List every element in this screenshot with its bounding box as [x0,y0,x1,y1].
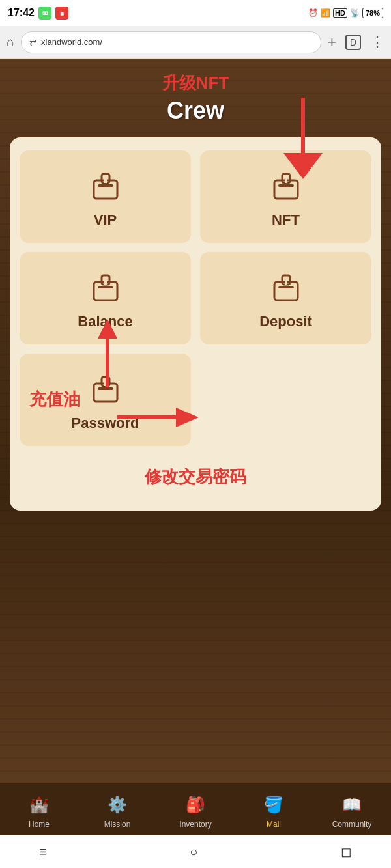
tab-switcher-button[interactable]: D [345,35,361,50]
alarm-icon: ⏰ [308,8,318,18]
mission-nav-label: Mission [104,820,131,829]
svg-rect-19 [278,286,294,288]
card-grid: VIP NFT [20,150,371,446]
mall-nav-label: Mall [267,820,281,829]
browser-bar: ⌂ ⇄ xlandworld.com/ + D ⋮ [0,26,391,59]
password-label: Password [72,415,139,432]
mall-nav-icon: 🪣 [261,792,286,817]
inventory-nav-label: Inventory [179,820,211,829]
menu-button[interactable]: ⋮ [370,34,384,51]
home-nav-label: Home [29,820,50,829]
wifi-icon: 📶 [321,8,330,18]
message-icon: ✉ [38,7,51,20]
deposit-icon [269,270,303,307]
svg-rect-15 [98,286,113,288]
card-container: 充值油 [10,137,381,511]
svg-rect-17 [104,279,107,285]
signal-icon: 📡 [350,8,360,18]
xiugai-annotation: 修改交易密码 [20,466,371,488]
vip-label: VIP [94,212,117,229]
hd-label: HD [333,8,347,18]
add-tab-button[interactable]: + [328,34,336,51]
nft-label: NFT [272,212,300,229]
svg-rect-9 [104,178,107,183]
upgrade-nft-annotation: 升级NFT [10,72,381,94]
nav-community[interactable]: 📖 Community [313,783,391,835]
inventory-nav-icon: 🎒 [183,792,208,817]
status-bar: 17:42 ✉ ■ ⏰ 📶 HD 📡 78% [0,0,391,26]
deposit-card[interactable]: Deposit [200,252,371,344]
svg-rect-13 [285,178,287,183]
balance-icon [89,270,123,307]
svg-rect-23 [98,387,113,390]
svg-rect-7 [98,184,113,187]
svg-rect-11 [278,184,294,187]
password-card[interactable]: Password [20,354,191,446]
deposit-label: Deposit [259,313,312,330]
nft-icon [269,169,303,205]
password-icon [89,372,123,408]
community-nav-icon: 📖 [340,792,364,817]
battery-icon: 78% [362,8,383,18]
bottom-nav: 🏰 Home ⚙️ Mission 🎒 Inventory 🪣 Mall 📖 C… [0,783,391,835]
home-nav-icon: 🏰 [27,792,51,817]
system-nav: ≡ ○ ◻ [0,835,391,868]
vip-card[interactable]: VIP [20,150,191,243]
community-nav-label: Community [332,820,372,829]
svg-rect-21 [285,279,287,285]
url-bar[interactable]: ⇄ xlandworld.com/ [21,31,321,53]
nft-card[interactable]: NFT [200,150,371,243]
back-button[interactable]: ≡ [39,845,47,860]
balance-card[interactable]: Balance [20,252,191,344]
page-title: Crew [10,97,381,124]
home-button[interactable]: ○ [190,845,197,860]
balance-label: Balance [78,313,132,330]
main-content: 升级NFT Crew 充值油 [0,59,391,783]
nav-inventory[interactable]: 🎒 Inventory [156,783,235,835]
vip-icon [89,169,123,205]
url-icon: ⇄ [29,37,37,48]
nav-mall[interactable]: 🪣 Mall [235,783,313,835]
url-text: xlandworld.com/ [41,37,102,47]
mission-nav-icon: ⚙️ [105,792,130,817]
home-icon[interactable]: ⌂ [7,35,14,49]
nav-mission[interactable]: ⚙️ Mission [78,783,156,835]
recents-button[interactable]: ◻ [341,844,352,860]
svg-rect-25 [104,381,107,386]
nav-home[interactable]: 🏰 Home [0,783,78,835]
app-icon: ■ [55,7,68,20]
status-time: 17:42 [8,7,35,19]
